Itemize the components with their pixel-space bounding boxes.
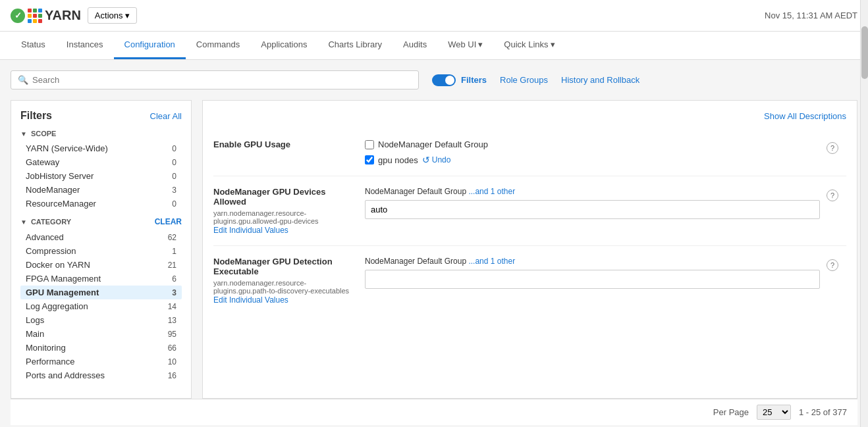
filter-cat-logs[interactable]: Logs 13 xyxy=(20,313,182,327)
config-grid-3: NodeManager GPU Detection Executable yar… xyxy=(213,257,846,305)
filters-header: Filters Clear All xyxy=(20,110,182,122)
config-value-area-3: NodeManager Default Group ...and 1 other xyxy=(365,257,820,289)
filter-scope-yarn[interactable]: YARN (Service-Wide) 0 xyxy=(20,141,182,155)
help-icon-area-2: ? xyxy=(827,187,846,201)
per-page-label: Per Page xyxy=(713,407,749,417)
clear-all-link[interactable]: Clear All xyxy=(150,111,182,121)
help-icon-gpu-usage[interactable]: ? xyxy=(827,142,838,154)
filter-scope-gateway[interactable]: Gateway 0 xyxy=(20,155,182,169)
search-icon: 🔍 xyxy=(18,75,28,85)
scope-item-label: Gateway xyxy=(26,157,59,167)
filter-cat-fpga[interactable]: FPGA Management 6 xyxy=(20,272,182,286)
undo-icon: ↺ xyxy=(422,155,430,165)
search-box: 🔍 xyxy=(11,70,419,89)
config-item-gpu-devices: NodeManager GPU Devices Allowed yarn.nod… xyxy=(213,176,846,246)
category-item-label: Docker on YARN xyxy=(26,260,90,270)
checkbox-row-unchecked: NodeManager Default Group xyxy=(365,139,820,149)
edit-individual-values-link-2[interactable]: Edit Individual Values xyxy=(213,226,288,235)
scope-item-count: 0 xyxy=(172,144,176,153)
tab-commands[interactable]: Commands xyxy=(186,32,250,59)
filter-cat-performance[interactable]: Performance 10 xyxy=(20,355,182,368)
filter-cat-main[interactable]: Main 95 xyxy=(20,327,182,341)
filter-cat-docker[interactable]: Docker on YARN 21 xyxy=(20,258,182,272)
gpu-devices-input[interactable] xyxy=(365,200,820,219)
filter-scope-nodemanager[interactable]: NodeManager 3 xyxy=(20,183,182,197)
category-item-label: Logs xyxy=(26,315,44,325)
tab-configuration[interactable]: Configuration xyxy=(114,32,186,59)
history-rollback-link[interactable]: History and Rollback xyxy=(561,75,639,85)
scope-item-label: NodeManager xyxy=(26,185,80,195)
scope-extra-link-3[interactable]: ...and 1 other xyxy=(468,257,515,266)
scrollbar-thumb[interactable] xyxy=(861,26,868,79)
actions-button[interactable]: Actions ▾ xyxy=(88,7,137,24)
status-check-icon xyxy=(11,9,25,23)
config-scope-3: NodeManager Default Group ...and 1 other xyxy=(365,257,820,266)
tab-instances[interactable]: Instances xyxy=(56,32,114,59)
checkbox-row-checked: gpu nodes ↺ Undo xyxy=(365,155,820,165)
help-icon-gpu-detection[interactable]: ? xyxy=(827,259,838,271)
search-row: 🔍 Filters Role Groups History and Rollba… xyxy=(11,70,857,89)
app-title: YARN xyxy=(45,8,81,23)
search-input[interactable] xyxy=(32,75,412,85)
category-section: ▼ CATEGORY Clear Advanced 62 Compression… xyxy=(20,217,182,382)
show-descriptions-link[interactable]: Show All Descriptions xyxy=(764,111,846,121)
tab-charts-library[interactable]: Charts Library xyxy=(317,32,393,59)
tab-applications[interactable]: Applications xyxy=(250,32,317,59)
category-clear-link[interactable]: Clear xyxy=(155,217,182,226)
filter-cat-log-aggregation[interactable]: Log Aggregation 14 xyxy=(20,299,182,313)
filter-cat-compression[interactable]: Compression 1 xyxy=(20,244,182,258)
undo-link[interactable]: ↺ Undo xyxy=(422,155,451,165)
config-value-area-2: NodeManager Default Group ...and 1 other xyxy=(365,187,820,219)
category-chevron-icon: ▼ xyxy=(20,218,27,226)
filter-toggle: Filters xyxy=(432,74,487,86)
pagination-info: 1 - 25 of 377 xyxy=(799,407,847,417)
timestamp: Nov 15, 11:31 AM AEDT xyxy=(765,11,857,20)
category-item-label: FPGA Management xyxy=(26,274,101,284)
category-header[interactable]: ▼ CATEGORY Clear xyxy=(20,217,182,226)
nodemanager-default-checkbox[interactable] xyxy=(365,140,374,149)
config-scope-2: NodeManager Default Group ...and 1 other xyxy=(365,187,820,196)
category-item-count: 16 xyxy=(168,371,176,380)
filters-toggle-switch[interactable] xyxy=(432,74,456,86)
scope-item-label: YARN (Service-Wide) xyxy=(26,143,108,153)
filter-cat-gpu[interactable]: GPU Management 3 xyxy=(20,286,182,299)
filter-cat-ports[interactable]: Ports and Addresses 16 xyxy=(20,368,182,382)
per-page-select[interactable]: 25 50 100 xyxy=(757,405,791,420)
filter-scope-resourcemanager[interactable]: ResourceManager 0 xyxy=(20,197,182,211)
logo-area: YARN xyxy=(11,8,81,23)
tab-web-ui[interactable]: Web UI ▾ xyxy=(437,32,493,59)
scope-extra-link-2[interactable]: ...and 1 other xyxy=(468,187,515,196)
category-item-count: 1 xyxy=(172,247,176,256)
category-item-count: 66 xyxy=(168,343,176,353)
scope-item-count: 0 xyxy=(172,172,176,181)
tab-audits[interactable]: Audits xyxy=(393,32,437,59)
filter-cat-advanced[interactable]: Advanced 62 xyxy=(20,230,182,244)
edit-individual-values-link-3[interactable]: Edit Individual Values xyxy=(213,295,288,305)
category-item-count: 3 xyxy=(172,288,176,297)
help-icon-area: ? xyxy=(827,139,846,154)
scope-header[interactable]: ▼ SCOPE xyxy=(20,130,182,138)
role-groups-link[interactable]: Role Groups xyxy=(500,75,548,85)
tab-status[interactable]: Status xyxy=(11,32,56,59)
config-value-area: NodeManager Default Group gpu nodes ↺ Un… xyxy=(365,139,820,165)
scrollbar-track[interactable] xyxy=(860,0,868,427)
category-item-label: GPU Management xyxy=(26,288,99,297)
filter-cat-monitoring[interactable]: Monitoring 66 xyxy=(20,341,182,355)
category-item-label: Compression xyxy=(26,246,76,256)
help-icon-gpu-devices[interactable]: ? xyxy=(827,189,838,201)
tab-quick-links[interactable]: Quick Links ▾ xyxy=(493,32,565,59)
category-item-label: Advanced xyxy=(26,232,64,242)
filter-scope-jobhistory[interactable]: JobHistory Server 0 xyxy=(20,169,182,183)
main-content: 🔍 Filters Role Groups History and Rollba… xyxy=(0,60,868,427)
quicklinks-chevron-icon: ▾ xyxy=(551,39,555,49)
filters-panel: Filters Clear All ▼ SCOPE YARN (Service-… xyxy=(11,100,192,399)
config-label: Enable GPU Usage xyxy=(213,139,358,149)
config-label-2: NodeManager GPU Devices Allowed xyxy=(213,187,358,207)
nav-tabs: Status Instances Configuration Commands … xyxy=(0,32,868,60)
category-item-label: Performance xyxy=(26,357,74,366)
gpu-nodes-checkbox[interactable] xyxy=(365,155,374,164)
gpu-detection-input[interactable] xyxy=(365,270,820,289)
category-item-label: Main xyxy=(26,329,44,339)
scope-item-count: 0 xyxy=(172,158,176,167)
config-label-area-3: NodeManager GPU Detection Executable yar… xyxy=(213,257,358,305)
